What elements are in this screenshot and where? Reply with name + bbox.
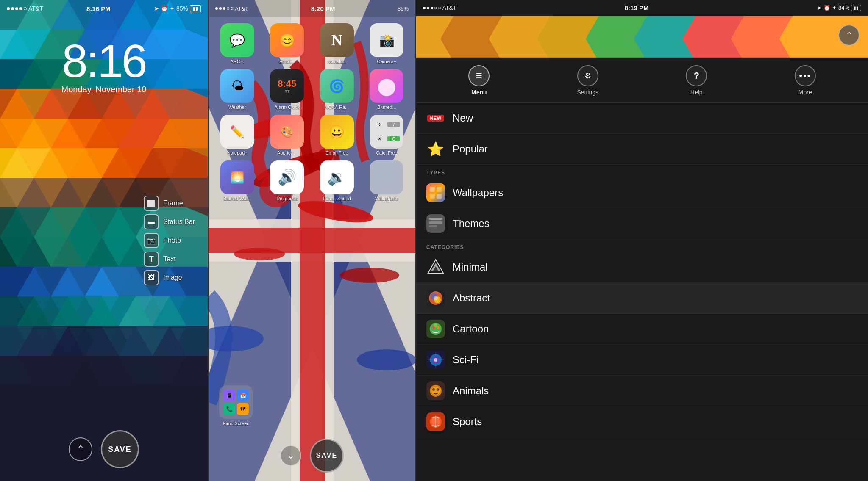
- app-blurwall[interactable]: 🌅 Blurred Wal...: [215, 160, 260, 201]
- nav-more[interactable]: ••• More: [788, 65, 822, 96]
- m-dot2: [427, 7, 429, 9]
- app-camera-icon: 📸: [370, 23, 403, 57]
- menu-item-cartoon[interactable]: Cartoon: [416, 314, 868, 345]
- home-prev-button[interactable]: ⌄: [280, 445, 301, 466]
- menu-item-new[interactable]: NEW New: [416, 103, 868, 134]
- nav-menu[interactable]: ☰ Menu: [462, 65, 496, 96]
- statusbar-label: Status Bar: [163, 218, 195, 226]
- themes-icon: [426, 214, 445, 233]
- folder-icon: 📱 📅 📞 🗺: [219, 385, 253, 419]
- toolbar-frame[interactable]: ⬜ Frame: [144, 196, 195, 211]
- text-icon-box: T: [144, 252, 159, 267]
- image-label: Image: [163, 274, 182, 282]
- menu-up-button[interactable]: ⌃: [838, 25, 860, 46]
- app-nostalgia[interactable]: N Nostalg...: [314, 23, 359, 64]
- home-status-left: AT&T: [215, 6, 248, 12]
- status-right: ➤ ⏰ ✦ 85% ▮▮: [154, 5, 201, 12]
- app-grid: 💬 AHC... 😊 Emoji... N Nostalg... 📸 Camer…: [209, 19, 415, 205]
- menu-icon: ☰: [468, 65, 490, 86]
- battery-text: 85%: [176, 5, 188, 12]
- app-alarmclock[interactable]: 8:45 RT Alarm Clock: [265, 69, 310, 110]
- app-emoji-label: Emoji...: [279, 59, 295, 64]
- app-weather[interactable]: 🌤 Weather: [215, 69, 260, 110]
- menu-item-wallpapers[interactable]: Wallpapers: [416, 177, 868, 208]
- app-loocos[interactable]: 🎨 App Ico...: [265, 115, 310, 155]
- wallpapers-icon-svg: [426, 183, 445, 202]
- app-blurred[interactable]: ⬤ Blurred...: [364, 69, 409, 110]
- photo-icon-box: 📷: [144, 233, 159, 248]
- app-blurred-icon: ⬤: [370, 69, 403, 103]
- menu-item-themes[interactable]: Themes: [416, 208, 868, 239]
- app-pimpsound[interactable]: 🔉 Pimp...Sound: [314, 160, 359, 201]
- app-emojifree[interactable]: 😀 Emoji Free: [314, 115, 359, 155]
- h-dot2: [219, 7, 222, 10]
- home-time: 8:20 PM: [311, 5, 335, 12]
- svg-rect-104: [429, 225, 437, 227]
- app-wallpapers[interactable]: Wallpapers: [364, 160, 409, 201]
- minimal-icon: [426, 258, 445, 276]
- sports-icon-svg: [426, 412, 445, 431]
- edit-toolbar: ⬜ Frame ▬ Status Bar 📷 Photo T Text 🖼 Im…: [144, 196, 195, 285]
- frame-icon-box: ⬜: [144, 196, 159, 211]
- svg-rect-99: [430, 194, 435, 199]
- app-noaa-label: NOAA Ra...: [325, 105, 349, 110]
- nav-more-label: More: [798, 89, 812, 96]
- folder-mini-3: 📞: [223, 403, 235, 415]
- menu-item-animals[interactable]: Animals: [416, 376, 868, 406]
- home-save-button[interactable]: SAVE: [310, 439, 344, 473]
- app-loocos-icon: 🎨: [270, 115, 304, 149]
- menu-item-sports[interactable]: Sports: [416, 406, 868, 437]
- menu-signal: [423, 7, 441, 9]
- home-screen-panel: AT&T 8:20 PM 85% 💬 AHC... 😊 Emoji... N N…: [208, 0, 415, 481]
- minimal-label: Minimal: [453, 261, 488, 273]
- popular-label: Popular: [453, 143, 488, 155]
- app-folder[interactable]: 📱 📅 📞 🗺 Pimp Screen: [219, 385, 253, 426]
- menu-status-bar: AT&T 8:19 PM ➤ ⏰ ✦ 84% ▮▮: [416, 0, 868, 16]
- app-camera-label: Camera+: [377, 59, 396, 64]
- app-nostalgia-icon: N: [320, 23, 354, 57]
- toolbar-statusbar[interactable]: ▬ Status Bar: [144, 214, 195, 229]
- wallpapers-label: Wallpapers: [453, 187, 503, 199]
- types-section-label: TYPES: [416, 165, 868, 177]
- menu-item-scifi[interactable]: Sci-Fi: [416, 345, 868, 376]
- app-blurwall-icon: 🌅: [220, 160, 254, 194]
- menu-hex-header: ⌃: [416, 16, 868, 58]
- toolbar-photo[interactable]: 📷 Photo: [144, 233, 195, 248]
- svg-point-112: [434, 296, 438, 300]
- app-ringtones-label: Ringtones: [276, 196, 298, 201]
- minimal-icon-svg: [426, 258, 445, 276]
- app-ahc[interactable]: 💬 AHC...: [215, 23, 260, 64]
- bluetooth-icon: ✦: [170, 5, 175, 12]
- menu-item-abstract[interactable]: Abstract: [416, 283, 868, 314]
- menu-item-popular[interactable]: ⭐ Popular: [416, 134, 868, 165]
- statusbar-icon-box: ▬: [144, 214, 159, 229]
- toolbar-text[interactable]: T Text: [144, 252, 195, 267]
- nav-help[interactable]: ? Help: [679, 65, 713, 96]
- menu-alarm-icon: ⏰: [823, 5, 830, 11]
- svg-rect-97: [430, 187, 435, 192]
- menu-panel: AT&T 8:19 PM ➤ ⏰ ✦ 84% ▮▮ ⌃: [415, 0, 868, 481]
- menu-battery-icon: ▮▮: [851, 5, 861, 11]
- toolbar-image[interactable]: 🖼 Image: [144, 270, 195, 285]
- app-emoji[interactable]: 😊 Emoji...: [265, 23, 310, 64]
- app-ringtones[interactable]: 🔊 Ringtones: [265, 160, 310, 201]
- save-button[interactable]: SAVE: [101, 430, 139, 468]
- app-notepad-icon: ✏️: [220, 115, 254, 149]
- app-emojifree-icon: 😀: [320, 115, 354, 149]
- svg-point-85: [357, 349, 415, 370]
- menu-time: 8:19 PM: [625, 4, 649, 11]
- themes-icon-svg: [426, 214, 445, 233]
- app-noaa[interactable]: 🌀 NOAA Ra...: [314, 69, 359, 110]
- app-camera[interactable]: 📸 Camera+: [364, 23, 409, 64]
- svg-rect-76: [209, 228, 415, 253]
- popular-icon: ⭐: [426, 140, 445, 158]
- svg-point-117: [434, 324, 437, 327]
- nav-settings-label: Settings: [577, 89, 598, 96]
- app-notepad[interactable]: ✏️ Notepad+: [215, 115, 260, 155]
- menu-item-minimal[interactable]: Minimal: [416, 252, 868, 283]
- prev-button[interactable]: ⌃: [69, 437, 92, 461]
- nav-settings[interactable]: ⚙ Settings: [571, 65, 605, 96]
- app-calcfree[interactable]: ÷ 7 × C Calc. Free: [364, 115, 409, 155]
- app-ahc-label: AHC...: [231, 59, 244, 64]
- svg-rect-95: [416, 58, 868, 58]
